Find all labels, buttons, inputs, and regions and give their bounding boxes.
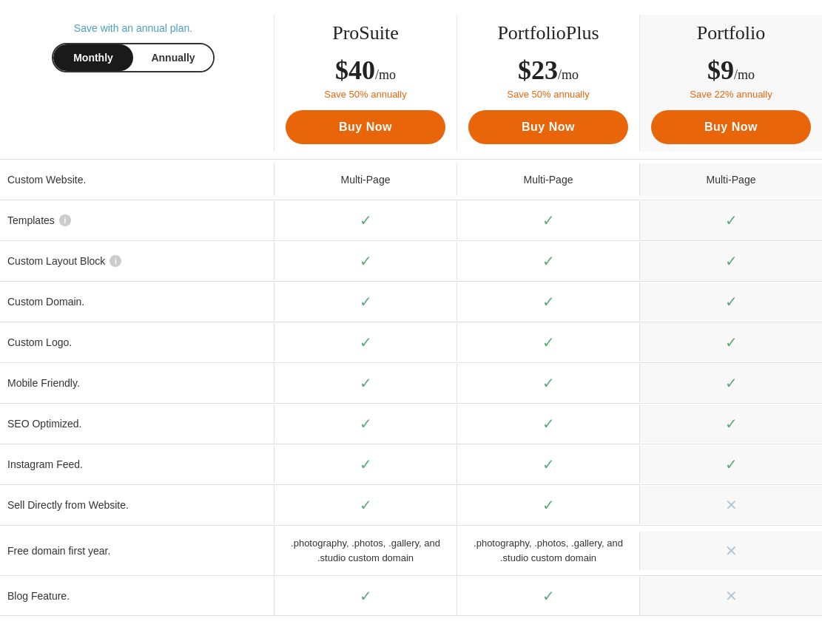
- feature-row: Custom Website.Multi-PageMulti-PageMulti…: [0, 159, 822, 200]
- feature-label: Custom Website.: [0, 163, 274, 196]
- check-icon: ✓: [542, 415, 555, 433]
- feature-row: Mobile Friendly.✓✓✓: [0, 362, 822, 403]
- check-icon: ✓: [542, 252, 555, 270]
- feature-cell: ✕: [639, 577, 822, 615]
- check-icon: ✓: [360, 374, 372, 392]
- check-icon: ✓: [725, 211, 738, 229]
- x-icon: ✕: [725, 496, 738, 514]
- feature-cell: ✓: [457, 323, 639, 362]
- feature-label: Blog Feature.: [0, 580, 274, 612]
- check-icon: ✓: [725, 333, 738, 351]
- plan-save-prosuite: Save 50% annually: [286, 89, 445, 100]
- feature-label: Free domain first year.: [0, 535, 274, 567]
- feature-cell: ✕: [639, 486, 822, 524]
- plan-name-prosuite: ProSuite: [286, 22, 445, 44]
- plan-header-portfolio: Portfolio $9/mo Save 22% annually Buy No…: [639, 15, 822, 152]
- feature-cell: .photography, .photos, .gallery, and .st…: [274, 526, 457, 575]
- check-icon: ✓: [725, 293, 738, 311]
- plan-amount-portfolioplus: $23: [518, 55, 558, 85]
- feature-label: Custom Logo.: [0, 326, 274, 359]
- plan-amount-portfolio: $9: [707, 55, 734, 85]
- feature-cell: ✓: [274, 577, 457, 615]
- x-icon: ✕: [725, 542, 738, 560]
- plan-price-portfolioplus: $23/mo: [468, 55, 628, 86]
- plan-period-prosuite: /mo: [375, 67, 396, 82]
- feature-label: Templatesi: [0, 204, 274, 237]
- buy-btn-prosuite[interactable]: Buy Now: [286, 110, 445, 144]
- feature-cell: ✓: [639, 242, 822, 280]
- check-icon: ✓: [542, 374, 555, 392]
- header-left: Save with an annual plan. Monthly Annual…: [0, 15, 274, 80]
- feature-row: Custom Layout Blocki✓✓✓: [0, 240, 822, 281]
- domain-text: .photography, .photos, .gallery, and .st…: [465, 536, 632, 565]
- check-icon: ✓: [360, 293, 372, 311]
- feature-row: Sell Directly from Website.✓✓✕: [0, 484, 822, 525]
- feature-cell: ✓: [457, 445, 639, 484]
- plan-header-prosuite: ProSuite $40/mo Save 50% annually Buy No…: [274, 15, 457, 152]
- feature-row: Custom Domain.✓✓✓: [0, 281, 822, 322]
- feature-label: Sell Directly from Website.: [0, 489, 274, 521]
- feature-row: Templatesi✓✓✓: [0, 200, 822, 240]
- check-icon: ✓: [542, 496, 555, 514]
- feature-row: SEO Optimized.✓✓✓: [0, 403, 822, 444]
- check-icon: ✓: [360, 496, 372, 514]
- feature-cell: ✓: [457, 242, 639, 280]
- feature-row: Blog Feature.✓✓✕: [0, 575, 822, 616]
- header-row: Save with an annual plan. Monthly Annual…: [0, 15, 822, 159]
- feature-cell: ✓: [274, 282, 457, 321]
- feature-cell: ✓: [639, 201, 822, 240]
- feature-cell: ✓: [639, 364, 822, 402]
- feature-cell: ✓: [274, 364, 457, 402]
- feature-cell: ✓: [274, 445, 457, 484]
- plan-name-portfolio: Portfolio: [651, 22, 811, 44]
- plan-price-prosuite: $40/mo: [286, 55, 445, 86]
- feature-cell: ✓: [457, 282, 639, 321]
- plan-name-portfolioplus: PortfolioPlus: [468, 22, 628, 44]
- pricing-table: Save with an annual plan. Monthly Annual…: [0, 0, 822, 644]
- plan-save-portfolio: Save 22% annually: [651, 89, 811, 100]
- feature-cell: ✓: [274, 404, 457, 443]
- feature-label: SEO Optimized.: [0, 407, 274, 440]
- check-icon: ✓: [360, 252, 372, 270]
- check-icon: ✓: [542, 293, 555, 311]
- feature-cell: ✓: [457, 364, 639, 402]
- feature-cell: ✓: [274, 201, 457, 240]
- check-icon: ✓: [725, 252, 738, 270]
- check-icon: ✓: [725, 415, 738, 433]
- billing-toggle: Monthly Annually: [52, 43, 215, 72]
- save-annual-link[interactable]: Save with an annual plan.: [74, 22, 192, 34]
- check-icon: ✓: [725, 455, 738, 473]
- info-icon[interactable]: i: [110, 255, 121, 267]
- check-icon: ✓: [360, 587, 372, 605]
- feature-cell: Multi-Page: [274, 163, 457, 196]
- buy-btn-portfolioplus[interactable]: Buy Now: [468, 110, 628, 144]
- feature-cell: Multi-Page: [639, 163, 822, 196]
- feature-cell: ✓: [639, 404, 822, 443]
- feature-label: Instagram Feed.: [0, 448, 274, 481]
- check-icon: ✓: [542, 211, 555, 229]
- monthly-toggle-btn[interactable]: Monthly: [53, 44, 133, 71]
- domain-text: .photography, .photos, .gallery, and .st…: [282, 536, 449, 565]
- feature-cell: ✓: [457, 486, 639, 524]
- plan-price-portfolio: $9/mo: [651, 55, 811, 86]
- check-icon: ✓: [542, 587, 555, 605]
- annually-toggle-btn[interactable]: Annually: [133, 44, 213, 71]
- feature-cell: ✕: [639, 532, 822, 570]
- check-icon: ✓: [360, 211, 372, 229]
- info-icon[interactable]: i: [59, 214, 71, 226]
- feature-cell: ✓: [274, 323, 457, 362]
- feature-row: Instagram Feed.✓✓✓: [0, 444, 822, 484]
- feature-cell: .photography, .photos, .gallery, and .st…: [457, 526, 639, 575]
- check-icon: ✓: [542, 333, 555, 351]
- check-icon: ✓: [360, 455, 372, 473]
- buy-btn-portfolio[interactable]: Buy Now: [651, 110, 811, 144]
- check-icon: ✓: [725, 374, 738, 392]
- feature-cell: ✓: [639, 282, 822, 321]
- feature-row: Custom Logo.✓✓✓: [0, 322, 822, 362]
- plan-period-portfolioplus: /mo: [558, 67, 579, 82]
- feature-label: Custom Layout Blocki: [0, 245, 274, 277]
- feature-cell: ✓: [639, 445, 822, 484]
- plan-save-portfolioplus: Save 50% annually: [468, 89, 628, 100]
- feature-cell: ✓: [457, 201, 639, 240]
- plan-amount-prosuite: $40: [335, 55, 375, 85]
